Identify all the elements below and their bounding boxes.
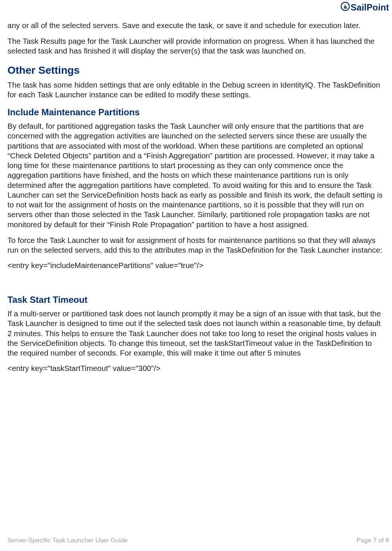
paragraph: The Task Results page for the Task Launc… <box>7 36 385 56</box>
sail-icon <box>341 2 350 13</box>
document-content: any or all of the selected servers. Save… <box>7 21 385 373</box>
heading-include-maintenance: Include Maintenance Partitions <box>7 107 385 118</box>
paragraph: If a multi-server or partitioned task do… <box>7 309 385 358</box>
code-entry-maintenance: <entry key="includeMaintenancePartitions… <box>7 261 385 270</box>
paragraph: any or all of the selected servers. Save… <box>7 21 385 30</box>
code-entry-timeout: <entry key="taskStartTimeout" value="300… <box>7 364 385 373</box>
heading-task-start-timeout: Task Start Timeout <box>7 295 385 305</box>
paragraph: To force the Task Launcher to wait for a… <box>7 235 385 255</box>
heading-other-settings: Other Settings <box>7 64 385 76</box>
brand-name: SailPoint <box>350 2 389 13</box>
brand-logo: SailPoint <box>341 2 389 13</box>
paragraph: The task has some hidden settings that a… <box>7 80 385 100</box>
paragraph: By default, for partitioned aggregation … <box>7 121 385 229</box>
page-footer: Server-Specific Task Launcher User Guide… <box>7 537 389 544</box>
footer-title: Server-Specific Task Launcher User Guide <box>7 537 128 544</box>
footer-page-number: Page 7 of 9 <box>356 537 389 544</box>
